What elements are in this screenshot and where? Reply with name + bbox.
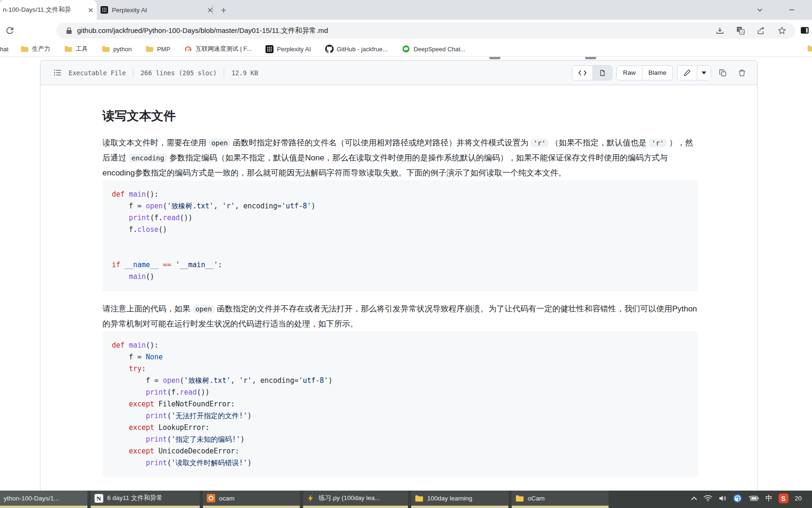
bookmark-perplexity[interactable]: Perplexity AI	[265, 45, 311, 53]
edit-group	[677, 65, 711, 80]
translate-icon[interactable]: 文A	[736, 26, 745, 35]
taskbar-clock[interactable]: 20	[795, 495, 802, 502]
list-unordered-icon[interactable]	[54, 69, 62, 77]
file-actions: Raw Blame	[572, 65, 750, 80]
lock-icon	[66, 27, 72, 35]
code-block-2: def main(): f = None try: f = open('致橡树.…	[102, 331, 698, 477]
folder-icon	[102, 46, 110, 52]
download-icon[interactable]	[715, 26, 725, 35]
grid-favicon	[101, 6, 108, 14]
file-lines-info: 266 lines (205 sloc)	[141, 69, 217, 77]
wifi-icon[interactable]	[703, 495, 712, 502]
markdown-body: 读写文本文件 读取文本文件时，需要在使用 open 函数时指定好带路径的文件名（…	[40, 85, 757, 477]
taskbar-item-notion[interactable]: N 6 day11 文件和异常	[91, 491, 200, 506]
taskbar-item-folder-ocam[interactable]: oCam	[512, 491, 609, 506]
taskbar-strip	[411, 506, 508, 508]
url-text: github.com/jackfrued/Python-100-Days/blo…	[77, 26, 715, 35]
file-meta: Executable File 266 lines (205 sloc) 12.…	[54, 68, 258, 78]
taskbar-item-python-file[interactable]: 练习.py (100day lea...	[303, 491, 408, 506]
chevron-down-icon[interactable]	[752, 0, 768, 20]
blue-app-tray-icon[interactable]	[733, 494, 742, 503]
bookmark-deepspeed-chat[interactable]: DeepSpeed Chat...	[402, 45, 466, 53]
bookmark-partial-folder[interactable]	[807, 45, 812, 52]
svg-text:S: S	[781, 494, 786, 502]
bookmark-item-cut[interactable]: hat	[0, 46, 8, 53]
folder-icon	[64, 46, 72, 52]
bookmark-folder-productivity[interactable]: 生产力	[21, 45, 50, 53]
view-toggle-group	[572, 65, 612, 80]
system-tray: 中 S 20	[691, 491, 812, 506]
taskbar-strip	[203, 506, 300, 508]
file-type-label: Executable File	[69, 69, 126, 77]
bookmarks-bar: hat 生产力 工具 python PMP 互联网速度测试 | F... Per…	[0, 41, 812, 57]
ime-indicator[interactable]: 中	[765, 494, 773, 503]
black-grid-icon	[265, 45, 273, 53]
raw-blame-group: Raw Blame	[617, 65, 673, 80]
tab-perplexity[interactable]: Perplexity AI ✕	[95, 0, 216, 20]
github-file-box: Executable File 266 lines (205 sloc) 12.…	[40, 60, 757, 491]
edit-dropdown-button[interactable]	[697, 66, 710, 80]
raw-button[interactable]: Raw	[617, 66, 642, 80]
bookmark-folder-tools[interactable]: 工具	[64, 45, 88, 53]
svg-text:N: N	[96, 495, 101, 502]
bookmark-speedtest[interactable]: 互联网速度测试 | F...	[184, 45, 251, 53]
taskbar-strip	[303, 506, 408, 508]
divider	[133, 68, 133, 78]
screen: n-100-Days/11.文件和异 ✕ Perplexity AI ✕ +	[0, 0, 812, 508]
tab-title: n-100-Days/11.文件和异	[3, 6, 83, 14]
ocam-app-icon	[207, 494, 215, 502]
taskbar-strip	[0, 506, 87, 508]
battery-icon[interactable]	[748, 495, 759, 501]
folder-icon	[515, 495, 524, 502]
copy-icon[interactable]	[715, 66, 730, 80]
code-block-1: def main(): f = open('致橡树.txt', 'r', enc…	[102, 180, 698, 291]
source-view-button[interactable]	[572, 66, 593, 80]
share-icon[interactable]	[757, 26, 766, 35]
cutoff-element-fragment	[489, 57, 500, 59]
windows-taskbar: ython-100-Days/1... N 6 day11 文件和异常 ocam…	[0, 491, 812, 508]
svg-text:A: A	[741, 30, 744, 34]
file-header-bar: Executable File 266 lines (205 sloc) 12.…	[40, 61, 757, 85]
divider	[224, 68, 224, 78]
tab-divider	[212, 6, 213, 14]
minimize-icon[interactable]	[784, 0, 800, 20]
bookmark-star-icon[interactable]	[777, 26, 787, 35]
rendered-view-button[interactable]	[593, 66, 612, 80]
taskbar-item-browser[interactable]: ython-100-Days/1...	[0, 491, 87, 506]
paragraph-1: 读取文本文件时，需要在使用 open 函数时指定好带路径的文件名（可以使用相对路…	[102, 135, 698, 180]
edit-pencil-button[interactable]	[678, 66, 697, 80]
page-content: Executable File 266 lines (205 sloc) 12.…	[0, 57, 812, 491]
address-bar[interactable]: github.com/jackfrued/Python-100-Days/blo…	[56, 23, 795, 39]
cutoff-element-fragment	[585, 57, 596, 59]
close-icon[interactable]: ✕	[86, 6, 95, 14]
chevron-up-icon[interactable]	[691, 496, 697, 500]
sogou-s-icon[interactable]: S	[779, 493, 789, 503]
bookmark-folder-pmp[interactable]: PMP	[146, 46, 170, 53]
tab-current-file[interactable]: n-100-Days/11.文件和异 ✕	[0, 0, 97, 20]
bookmark-github[interactable]: GitHub - jackfrue...	[325, 45, 388, 53]
close-icon[interactable]: ✕	[206, 6, 214, 14]
speaker-icon[interactable]	[718, 495, 727, 502]
folder-icon	[146, 46, 154, 52]
lightning-icon	[307, 494, 315, 502]
trash-icon[interactable]	[734, 66, 750, 80]
taskbar-item-ocam-window[interactable]: ocam	[203, 491, 300, 506]
browser-tab-strip: n-100-Days/11.文件和异 ✕ Perplexity AI ✕ +	[0, 0, 812, 20]
section-heading: 读写文本文件	[102, 108, 698, 124]
bookmark-folder-python[interactable]: python	[102, 46, 132, 53]
side-panel-icon[interactable]	[800, 25, 810, 35]
speed-gauge-icon	[184, 45, 192, 53]
reload-icon[interactable]	[5, 25, 15, 36]
new-tab-button[interactable]: +	[217, 4, 230, 17]
address-bar-actions: 文A	[715, 26, 787, 35]
tab-title: Perplexity AI	[112, 7, 202, 14]
green-chat-icon	[402, 45, 410, 53]
notion-icon: N	[94, 494, 103, 503]
taskbar-item-folder-100day[interactable]: 100day learning	[411, 491, 508, 506]
taskbar-strip	[512, 506, 609, 508]
file-size: 12.9 KB	[231, 69, 258, 77]
blame-button[interactable]: Blame	[642, 66, 672, 80]
github-octocat-icon	[325, 45, 334, 53]
taskbar-strip	[91, 506, 200, 508]
browser-toolbar: github.com/jackfrued/Python-100-Days/blo…	[0, 20, 812, 41]
